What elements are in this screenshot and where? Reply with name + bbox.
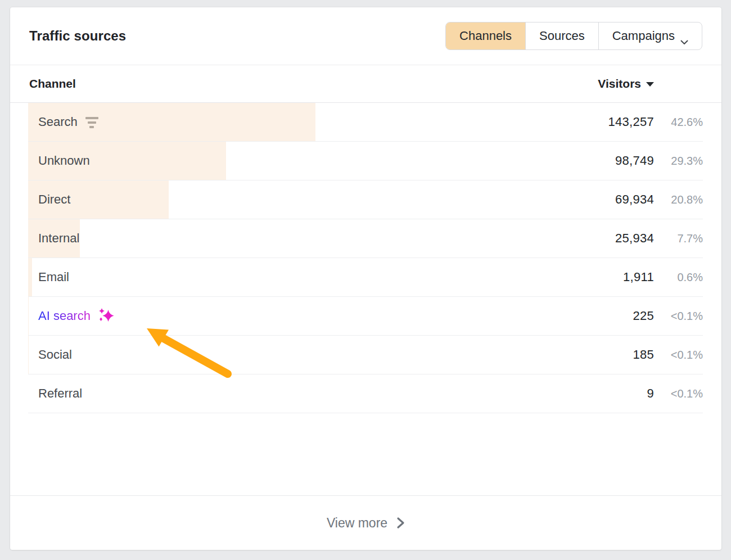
- page-title: Traffic sources: [29, 28, 126, 44]
- visitors-value: 25,934: [615, 231, 654, 246]
- channel-cell: Internal: [28, 231, 615, 246]
- visitors-value: 225: [633, 309, 654, 323]
- tab-campaigns-label: Campaigns: [612, 29, 675, 43]
- sort-desc-icon: [646, 82, 654, 87]
- table-body: Search 143,257 42.6% Unknown: [10, 103, 721, 413]
- channel-cell: AI search: [28, 307, 633, 325]
- visitors-percent: 42.6%: [654, 116, 703, 129]
- channel-cell: Referral: [28, 386, 647, 401]
- filter-icon[interactable]: [85, 117, 98, 128]
- channel-cell: Social: [28, 347, 633, 362]
- channel-cell: Search: [28, 115, 608, 129]
- column-header-channel: Channel: [29, 77, 598, 91]
- view-more-button[interactable]: View more: [10, 495, 721, 550]
- view-more-label: View more: [327, 516, 387, 531]
- table-column-header: Channel Visitors: [10, 65, 721, 103]
- column-header-visitors[interactable]: Visitors: [598, 77, 654, 91]
- table-row[interactable]: Internal 25,934 7.7%: [28, 219, 703, 258]
- visitors-value: 143,257: [608, 115, 654, 129]
- visitors-value: 69,934: [615, 192, 654, 207]
- visitors-value: 9: [647, 386, 654, 401]
- channel-label: Unknown: [38, 153, 90, 168]
- view-switcher: Channels Sources Campaigns: [445, 22, 702, 50]
- chevron-right-icon: [396, 516, 405, 530]
- channel-cell: Unknown: [28, 153, 615, 168]
- visitors-value: 98,749: [615, 153, 654, 168]
- tab-sources[interactable]: Sources: [525, 22, 598, 49]
- card-header: Traffic sources Channels Sources Campaig…: [10, 7, 721, 65]
- table-row[interactable]: Social 185 <0.1%: [28, 336, 703, 374]
- column-header-visitors-label: Visitors: [598, 77, 641, 91]
- visitors-percent: <0.1%: [654, 310, 703, 323]
- table-row[interactable]: Email 1,911 0.6%: [28, 258, 703, 297]
- channel-label: Direct: [38, 192, 70, 207]
- channel-cell: Direct: [28, 192, 615, 207]
- channel-cell: Email: [28, 270, 623, 284]
- table-row[interactable]: Referral 9 <0.1%: [28, 374, 703, 413]
- table-row[interactable]: Unknown 98,749 29.3%: [28, 142, 703, 180]
- chevron-down-icon: [680, 34, 688, 39]
- tab-channels[interactable]: Channels: [446, 22, 525, 49]
- traffic-sources-card: Traffic sources Channels Sources Campaig…: [10, 7, 721, 550]
- channel-label: Social: [38, 347, 72, 362]
- visitors-value: 1,911: [623, 270, 654, 284]
- tab-sources-label: Sources: [539, 29, 585, 43]
- channel-label: Search: [38, 115, 78, 129]
- table-row[interactable]: Search 143,257 42.6%: [28, 103, 703, 142]
- ai-sparkles-icon: [98, 308, 114, 325]
- visitors-percent: <0.1%: [654, 387, 703, 400]
- tab-channels-label: Channels: [459, 29, 512, 43]
- visitors-value: 185: [633, 347, 654, 362]
- channel-label: AI search: [38, 309, 91, 323]
- channel-label: Email: [38, 270, 69, 284]
- visitors-percent: 7.7%: [654, 232, 703, 245]
- visitors-percent: 29.3%: [654, 155, 703, 168]
- table-row[interactable]: Direct 69,934 20.8%: [28, 180, 703, 219]
- visitors-percent: 20.8%: [654, 193, 703, 206]
- table-row-ai-search[interactable]: AI search 225 <0.1%: [28, 297, 703, 336]
- empty-space: [10, 413, 721, 495]
- channel-label: Referral: [38, 386, 82, 401]
- visitors-percent: <0.1%: [654, 349, 703, 362]
- visitors-percent: 0.6%: [654, 271, 703, 284]
- channel-label: Internal: [38, 231, 79, 246]
- tab-campaigns[interactable]: Campaigns: [598, 22, 702, 49]
